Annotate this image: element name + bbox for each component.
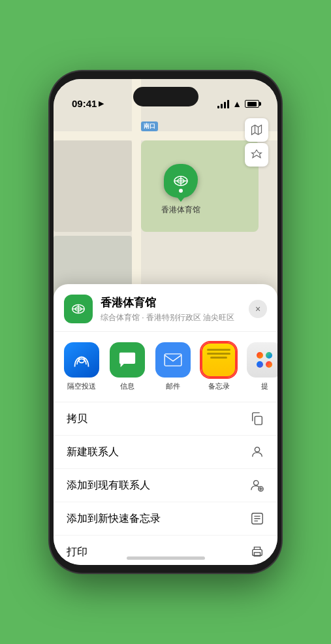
message-icon <box>110 342 145 378</box>
print-label: 打印 <box>67 545 87 559</box>
add-existing-icon <box>250 478 264 492</box>
status-icons: ▲ <box>217 99 259 109</box>
marker-label: 香港体育馆 <box>161 204 200 216</box>
copy-label: 拷贝 <box>67 412 87 426</box>
phone-screen: 09:41 ▶ ▲ <box>54 79 277 565</box>
message-label: 信息 <box>120 381 134 391</box>
notes-label: 备忘录 <box>208 381 230 391</box>
battery-icon <box>245 100 259 108</box>
map-controls <box>245 118 268 167</box>
copy-icon <box>250 411 264 426</box>
share-item-message[interactable]: 信息 <box>107 342 148 391</box>
mail-icon <box>155 342 191 378</box>
map-block-1 <box>54 140 132 232</box>
signal-bar-4 <box>227 100 229 108</box>
home-indicator <box>127 556 205 560</box>
action-print[interactable]: 打印 <box>54 536 277 565</box>
print-icon <box>250 545 264 559</box>
share-item-mail[interactable]: 邮件 <box>153 342 193 391</box>
signal-bar-2 <box>221 104 223 108</box>
more-dot-3 <box>257 361 263 368</box>
share-item-more[interactable]: 提 <box>244 342 277 391</box>
venue-info: 香港体育馆 综合体育馆 · 香港特别行政区 油尖旺区 <box>101 295 249 323</box>
more-dot-4 <box>266 361 272 368</box>
svg-point-11 <box>255 447 259 452</box>
map-road-label: 南口 <box>141 121 158 131</box>
signal-bars <box>217 100 229 108</box>
action-add-notes[interactable]: 添加到新快速备忘录 <box>54 502 277 536</box>
svg-rect-9 <box>165 354 181 366</box>
location-button[interactable] <box>245 143 268 167</box>
venue-subtitle: 综合体育馆 · 香港特别行政区 油尖旺区 <box>101 312 249 323</box>
map-road-horizontal <box>54 131 277 140</box>
more-dot-1 <box>257 352 263 359</box>
signal-bar-3 <box>224 102 226 108</box>
more-icon <box>247 342 277 378</box>
venue-name: 香港体育馆 <box>101 295 249 310</box>
add-existing-label: 添加到现有联系人 <box>67 479 150 492</box>
notes-icon <box>201 342 236 378</box>
action-list: 拷贝 新建联系人 添加到现有联系人 <box>54 402 277 565</box>
bottom-sheet: 香港体育馆 综合体育馆 · 香港特别行政区 油尖旺区 × 隔空投送 <box>54 284 277 565</box>
status-time: 09:41 <box>72 98 97 109</box>
sheet-header: 香港体育馆 综合体育馆 · 香港特别行政区 油尖旺区 × <box>54 284 277 332</box>
notes-line-2 <box>207 353 230 355</box>
venue-icon <box>64 295 93 323</box>
marker-dot <box>179 189 183 193</box>
new-contact-label: 新建联系人 <box>67 445 119 459</box>
share-item-notes[interactable]: 备忘录 <box>198 342 239 391</box>
dynamic-island <box>133 87 198 106</box>
road-badge: 南口 <box>141 121 158 131</box>
share-row: 隔空投送 信息 <box>54 332 277 402</box>
action-copy[interactable]: 拷贝 <box>54 402 277 436</box>
action-new-contact[interactable]: 新建联系人 <box>54 436 277 469</box>
airdrop-icon <box>64 342 99 378</box>
mail-label: 邮件 <box>166 381 180 391</box>
svg-point-12 <box>254 481 259 485</box>
notes-line-3 <box>210 357 227 359</box>
add-notes-icon <box>250 511 264 526</box>
share-item-airdrop[interactable]: 隔空投送 <box>61 342 102 391</box>
map-type-button[interactable] <box>245 118 268 142</box>
add-notes-label: 添加到新快速备忘录 <box>67 512 161 526</box>
more-dot-2 <box>266 352 272 359</box>
marker-circle <box>164 164 198 198</box>
airdrop-label: 隔空投送 <box>67 381 96 391</box>
svg-rect-10 <box>255 416 262 425</box>
wifi-icon: ▲ <box>232 99 242 109</box>
notes-line-1 <box>207 349 230 351</box>
stadium-marker[interactable]: 香港体育馆 <box>161 164 200 216</box>
location-icon: ▶ <box>99 99 104 108</box>
action-add-existing[interactable]: 添加到现有联系人 <box>54 469 277 502</box>
signal-bar-1 <box>217 106 219 108</box>
phone-frame: 09:41 ▶ ▲ <box>50 71 281 573</box>
close-button[interactable]: × <box>249 300 267 318</box>
more-label: 提 <box>261 381 268 391</box>
new-contact-icon <box>250 445 264 459</box>
